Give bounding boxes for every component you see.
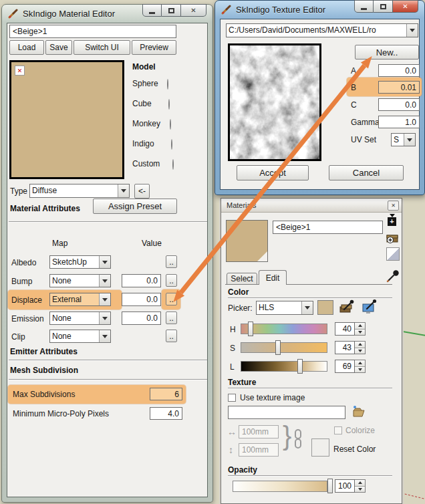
- opacity-value-field[interactable]: 100: [335, 479, 355, 493]
- saturation-slider-handle[interactable]: [275, 340, 281, 355]
- clip-browse-button[interactable]: ..: [166, 330, 177, 342]
- displace-map-select[interactable]: External: [49, 293, 111, 306]
- chevron-down-icon[interactable]: [404, 134, 415, 146]
- albedo-map-select[interactable]: SketchUp: [49, 255, 111, 269]
- spin-up-icon[interactable]: [355, 480, 365, 486]
- saturation-spinner[interactable]: 43: [335, 341, 366, 354]
- uv-set-select[interactable]: S: [391, 133, 416, 146]
- model-radio-custom[interactable]: [172, 159, 174, 170]
- opacity-slider-handle[interactable]: [327, 479, 333, 493]
- spin-down-icon[interactable]: [355, 366, 365, 373]
- chevron-down-icon[interactable]: [99, 312, 110, 324]
- emission-map-select[interactable]: None: [49, 311, 111, 325]
- type-back-button[interactable]: <-: [134, 184, 150, 199]
- chevron-down-icon[interactable]: [118, 184, 129, 197]
- minimize-button[interactable]: [354, 0, 374, 13]
- material-name-input[interactable]: <Beige>1: [273, 221, 383, 234]
- saturation-value-field[interactable]: 43: [335, 341, 355, 354]
- spin-down-icon[interactable]: [355, 348, 365, 354]
- lightness-spinner[interactable]: 69: [335, 360, 366, 373]
- gamma-field[interactable]: 1.0: [378, 116, 420, 128]
- close-button[interactable]: ✕: [393, 0, 418, 13]
- picker-select[interactable]: HLS: [256, 301, 313, 315]
- chevron-down-icon[interactable]: [99, 293, 110, 305]
- create-material-icon[interactable]: [386, 230, 400, 245]
- model-radio-cube[interactable]: [168, 99, 170, 110]
- tab-edit-label: Edit: [266, 273, 280, 283]
- minimize-button[interactable]: [142, 4, 162, 17]
- param-a-field[interactable]: 0.0: [378, 64, 420, 77]
- model-radio-monkey[interactable]: [170, 119, 171, 130]
- bump-map-select[interactable]: None: [49, 274, 111, 287]
- texture-height-field[interactable]: 100mm: [239, 443, 279, 457]
- opacity-spinner[interactable]: 100: [335, 479, 366, 493]
- bump-browse-button[interactable]: ..: [166, 274, 177, 287]
- default-material-swatch[interactable]: [386, 247, 400, 261]
- chevron-down-icon[interactable]: [99, 256, 110, 268]
- cancel-button[interactable]: Cancel: [329, 165, 404, 180]
- preview-button[interactable]: Preview: [132, 40, 176, 55]
- chevron-down-icon[interactable]: [99, 275, 110, 287]
- hue-slider[interactable]: [241, 324, 327, 334]
- save-button[interactable]: Save: [45, 40, 72, 55]
- maximize-button[interactable]: [162, 4, 181, 17]
- lightness-slider-handle[interactable]: [297, 359, 303, 374]
- reset-color-swatch[interactable]: [311, 438, 329, 457]
- materials-titlebar[interactable]: Materials ✕: [221, 199, 402, 213]
- texture-path-select[interactable]: C:/Users/David/Documents/MAXWELL/ro: [226, 23, 418, 37]
- spin-up-icon[interactable]: [355, 360, 365, 366]
- chevron-down-icon[interactable]: [406, 24, 418, 37]
- material-name-input[interactable]: <Beige>1: [9, 25, 176, 38]
- hue-spinner[interactable]: 40: [335, 322, 366, 336]
- param-c-field[interactable]: 0.0: [378, 98, 420, 111]
- hue-value-field[interactable]: 40: [335, 322, 355, 336]
- display-secondary-pane-button[interactable]: +: [388, 214, 396, 226]
- hue-slider-handle[interactable]: [248, 322, 253, 336]
- spin-down-icon[interactable]: [355, 329, 365, 336]
- height-arrow-icon: ↕: [229, 445, 233, 455]
- new-texture-button[interactable]: New..: [355, 45, 419, 59]
- opacity-slider[interactable]: [233, 481, 327, 492]
- colorize-checkbox[interactable]: [334, 426, 342, 434]
- model-radio-sphere[interactable]: [167, 79, 168, 90]
- sample-paint-eyedropper-icon[interactable]: [386, 269, 400, 283]
- tab-edit[interactable]: Edit: [259, 270, 287, 285]
- saturation-slider[interactable]: [241, 342, 327, 353]
- emission-value-field[interactable]: 0.0: [122, 311, 161, 325]
- panel-close-button[interactable]: ✕: [388, 201, 399, 211]
- lightness-slider[interactable]: [241, 361, 327, 372]
- max-subdivisions-field[interactable]: 6: [150, 388, 182, 400]
- displace-value-field[interactable]: 0.0: [122, 293, 161, 306]
- link-chain-icon[interactable]: [293, 429, 303, 449]
- param-b-field[interactable]: 0.01: [378, 81, 420, 94]
- accept-button[interactable]: Accept: [237, 165, 309, 180]
- model-radio-indigo[interactable]: [171, 139, 172, 150]
- min-micropoly-field[interactable]: 4.0: [150, 407, 182, 420]
- match-screen-color-icon[interactable]: [362, 299, 378, 315]
- texture-heading: Texture: [228, 378, 256, 387]
- maximize-button[interactable]: [374, 0, 393, 13]
- lightness-value-field[interactable]: 69: [335, 360, 355, 373]
- texture-image-input[interactable]: [228, 406, 345, 419]
- spin-up-icon[interactable]: [355, 342, 365, 348]
- tab-select[interactable]: Select: [227, 273, 257, 285]
- spin-up-icon[interactable]: [355, 323, 365, 329]
- use-texture-checkbox[interactable]: [228, 394, 236, 402]
- close-button[interactable]: ✕: [181, 4, 206, 17]
- displace-browse-button[interactable]: ..: [166, 293, 177, 305]
- match-object-color-icon[interactable]: [339, 299, 355, 315]
- emission-browse-button[interactable]: ..: [166, 311, 177, 324]
- load-button[interactable]: Load: [9, 40, 44, 55]
- browse-texture-icon[interactable]: [351, 404, 367, 420]
- material-thumbnail[interactable]: [226, 220, 268, 262]
- chevron-down-icon[interactable]: [99, 330, 110, 342]
- switch-ui-button[interactable]: Switch UI: [74, 40, 130, 55]
- bump-value-field[interactable]: 0.0: [122, 274, 161, 287]
- type-select[interactable]: Diffuse: [29, 184, 130, 198]
- texture-width-field[interactable]: 100mm: [239, 425, 279, 438]
- spin-down-icon[interactable]: [355, 486, 365, 493]
- chevron-down-icon[interactable]: [301, 301, 313, 314]
- assign-preset-button[interactable]: Assign Preset: [93, 199, 177, 214]
- clip-map-select[interactable]: None: [49, 330, 111, 343]
- albedo-browse-button[interactable]: ..: [166, 255, 177, 268]
